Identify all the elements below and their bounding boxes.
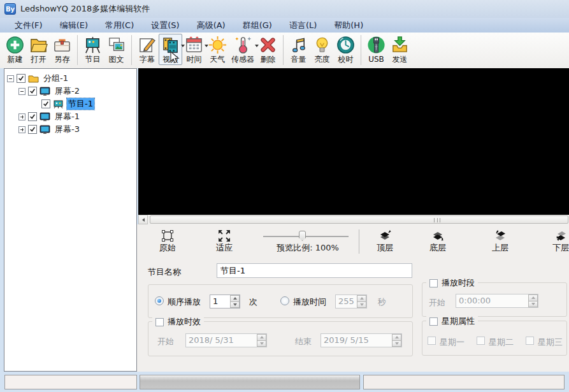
tree-item-program1[interactable]: 节目-1 xyxy=(4,98,136,110)
spin-up-button xyxy=(257,334,266,341)
play-time-radio[interactable] xyxy=(280,296,289,305)
program-icon xyxy=(83,35,103,55)
end-date-label: 结束 xyxy=(295,336,312,347)
volume-button[interactable]: 音量 xyxy=(287,34,310,65)
tree-item-label[interactable]: 屏幕-2 xyxy=(54,85,81,97)
menu-group[interactable]: 群组(G) xyxy=(237,18,278,33)
new-button[interactable]: 新建 xyxy=(3,34,27,65)
screen-tree-panel: 分组-1 屏幕-2 节目-1 xyxy=(4,68,137,372)
checked-checkbox[interactable] xyxy=(41,99,50,108)
menu-help[interactable]: 帮助(H) xyxy=(328,18,369,33)
fit-icon xyxy=(217,229,231,243)
menu-language[interactable]: 语言(L) xyxy=(284,18,322,33)
toolbar-label: 图文 xyxy=(109,55,124,64)
screen-icon xyxy=(40,87,50,96)
window-title: LedshowYQ 2018多媒体编辑软件 xyxy=(20,3,150,15)
control-panel: 原始 适应 预览比例: 100% 顶层 底层 xyxy=(137,224,569,372)
tree-item-group1[interactable]: 分组-1 xyxy=(4,72,136,85)
status-panel-right xyxy=(363,375,565,389)
brightness-button[interactable]: 亮度 xyxy=(310,34,334,65)
sensor-button[interactable]: 传感器 xyxy=(229,34,256,65)
spin-up-button xyxy=(528,294,538,301)
fit-button[interactable]: 适应 xyxy=(210,229,239,253)
expand-icon[interactable] xyxy=(18,126,25,133)
time-button[interactable]: 时间 xyxy=(182,34,206,65)
preview-canvas[interactable] xyxy=(138,68,569,215)
send-icon xyxy=(390,35,410,55)
program-item-icon xyxy=(53,99,64,109)
preview-scale-slider[interactable] xyxy=(263,236,349,237)
tree-item-screen3[interactable]: 屏幕-3 xyxy=(4,123,136,136)
delete-button[interactable]: 删除 xyxy=(256,34,280,65)
weather-button[interactable]: 天气 xyxy=(206,34,229,65)
toolbar-label: 打开 xyxy=(31,55,47,64)
bottom-layer-button[interactable]: 底层 xyxy=(423,229,452,253)
scroll-left-button[interactable] xyxy=(138,215,148,224)
tree-item-screen1[interactable]: 屏幕-1 xyxy=(4,110,136,123)
checked-checkbox[interactable] xyxy=(28,112,37,121)
collapse-icon[interactable] xyxy=(18,88,25,95)
spin-up-button[interactable] xyxy=(230,295,240,302)
spinner-value[interactable]: 1 xyxy=(210,295,230,308)
play-time-label[interactable]: 播放时间 xyxy=(293,296,326,308)
program-button[interactable]: 节目 xyxy=(81,34,104,65)
play-mode-groupbox: 顺序播放 1 次 播放时间 255 秒 xyxy=(148,284,413,318)
clock-sync-button[interactable]: 校时 xyxy=(334,34,357,65)
image-text-icon xyxy=(106,35,126,55)
open-button[interactable]: 打开 xyxy=(27,34,50,65)
week-property-checkbox[interactable] xyxy=(429,317,438,326)
menu-settings[interactable]: 设置(S) xyxy=(145,18,185,33)
expand-icon[interactable] xyxy=(18,113,25,120)
spin-down-button xyxy=(257,341,266,347)
menu-common[interactable]: 常用(C) xyxy=(99,18,140,33)
program-name-input[interactable] xyxy=(217,263,412,278)
sequence-play-label[interactable]: 顺序播放 xyxy=(168,296,201,308)
tree-item-label[interactable]: 节目-1 xyxy=(67,98,94,110)
send-button[interactable]: 发送 xyxy=(388,34,412,65)
spin-down-button xyxy=(528,301,538,308)
toolbar-label: 删除 xyxy=(261,55,276,64)
sequence-count-spinner[interactable]: 1 xyxy=(210,294,240,309)
hscroll-thumb[interactable] xyxy=(150,215,568,224)
delete-icon xyxy=(258,35,278,55)
checked-checkbox[interactable] xyxy=(17,74,25,83)
sensor-icon xyxy=(233,35,253,55)
volume-icon xyxy=(289,35,308,55)
tree-item-label[interactable]: 屏幕-3 xyxy=(54,124,81,135)
play-period-checkbox[interactable] xyxy=(429,279,438,287)
preview-scale-label: 预览比例: 100% xyxy=(257,242,359,254)
play-time-unit-label: 秒 xyxy=(378,296,386,308)
toolbar-separator xyxy=(283,35,284,65)
down-layer-button[interactable]: 下层 xyxy=(546,229,569,253)
weather-icon xyxy=(208,35,227,55)
spin-down-button xyxy=(357,302,366,309)
top-layer-icon xyxy=(378,229,392,243)
usb-button[interactable]: USB xyxy=(364,34,388,65)
play-validity-checkbox[interactable] xyxy=(155,318,164,326)
original-size-button[interactable]: 原始 xyxy=(153,229,182,253)
image-text-button[interactable]: 图文 xyxy=(104,34,128,65)
grip-icon xyxy=(434,218,440,222)
preview-hscrollbar[interactable] xyxy=(138,215,569,224)
play-validity-groupbox: 播放时效 开始 2018/ 5/31 结束 2019/ 5/15 xyxy=(148,321,413,356)
slider-thumb[interactable] xyxy=(299,231,306,241)
up-layer-button[interactable]: 上层 xyxy=(486,229,515,253)
status-panel-left xyxy=(4,375,137,389)
checked-checkbox[interactable] xyxy=(28,87,37,96)
spin-down-button[interactable] xyxy=(230,302,240,309)
tree-item-label[interactable]: 屏幕-1 xyxy=(54,111,81,122)
menu-advanced[interactable]: 高级(A) xyxy=(191,18,231,33)
menu-edit[interactable]: 编辑(E) xyxy=(54,18,94,33)
brightness-icon xyxy=(312,35,332,55)
menu-file[interactable]: 文件(F) xyxy=(9,18,48,33)
save-as-button[interactable]: 另存 xyxy=(50,34,74,65)
sequence-play-radio[interactable] xyxy=(155,296,164,305)
spin-up-button xyxy=(357,295,366,302)
top-layer-button[interactable]: 顶层 xyxy=(370,229,400,253)
tree-item-label[interactable]: 分组-1 xyxy=(42,73,69,84)
subtitle-button[interactable]: 字幕 xyxy=(135,34,159,65)
button-label: 适应 xyxy=(216,243,233,253)
checked-checkbox[interactable] xyxy=(28,125,37,134)
collapse-icon[interactable] xyxy=(7,75,14,82)
tree-item-screen2[interactable]: 屏幕-2 xyxy=(4,85,136,98)
